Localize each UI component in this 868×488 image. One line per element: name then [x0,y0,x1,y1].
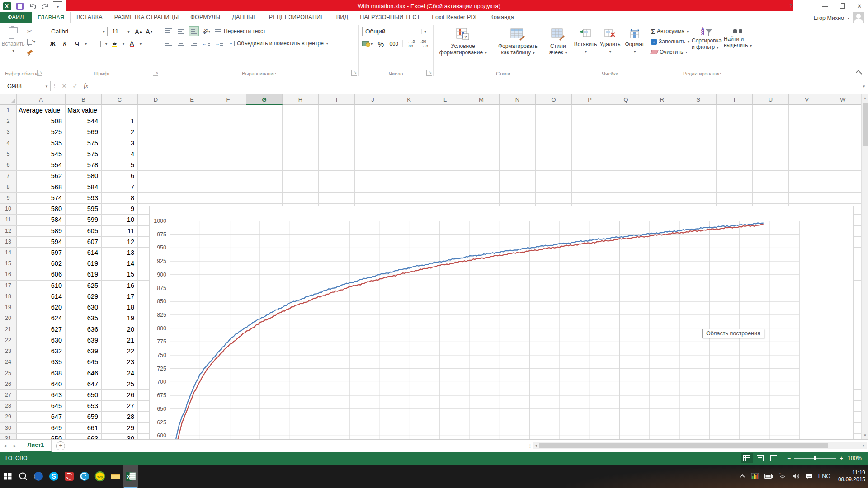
cell-B20[interactable]: 635 [67,313,98,324]
row-header-18[interactable]: 18 [0,291,16,302]
grow-font-button[interactable]: А▲ [134,27,143,36]
cell-B21[interactable]: 636 [67,324,98,335]
cell-B17[interactable]: 625 [67,281,98,291]
tab-вид[interactable]: ВИД [330,12,354,23]
cell-C28[interactable]: 27 [104,401,134,411]
cell-styles-button[interactable]: Стили ячеек ▾ [549,23,567,78]
align-middle-button[interactable] [176,27,186,36]
row-header-24[interactable]: 24 [0,357,16,367]
cell-C21[interactable]: 20 [104,324,134,335]
tray-expand-icon[interactable] [739,474,745,479]
alignment-dialog-launcher-icon[interactable]: ↘ [351,70,357,76]
scroll-up-icon[interactable]: ▲ [862,94,868,102]
format-cells-button[interactable]: Формат ▾ [623,23,646,78]
resource-monitor-icon[interactable] [751,473,759,479]
cell-A3[interactable]: 525 [19,127,62,137]
column-header-q[interactable]: Q [608,94,644,105]
page-layout-view-button[interactable] [754,453,767,463]
name-box[interactable]: G988▾ [4,81,51,91]
row-header-6[interactable]: 6 [0,160,16,170]
redo-icon[interactable] [41,2,50,11]
language-indicator[interactable]: ENG [818,473,830,479]
align-bottom-button[interactable] [189,27,198,36]
row-header-17[interactable]: 17 [0,281,16,291]
cell-C26[interactable]: 25 [104,379,134,389]
cell-A23[interactable]: 632 [19,346,62,357]
cell-A27[interactable]: 643 [19,390,62,400]
decrease-indent-button[interactable]: ← [202,39,211,48]
column-header-d[interactable]: D [138,94,174,105]
cell-B11[interactable]: 599 [67,215,98,225]
cell-A7[interactable]: 562 [19,171,62,181]
cell-A26[interactable]: 640 [19,379,62,389]
enter-entry-icon[interactable]: ✓ [70,83,80,89]
normal-view-button[interactable] [741,453,753,463]
row-header-11[interactable]: 11 [0,215,16,225]
cell-B30[interactable]: 661 [67,423,98,433]
cell-C25[interactable]: 24 [104,368,134,379]
column-header-t[interactable]: T [717,94,753,105]
cell-A19[interactable]: 620 [19,302,62,313]
cell-B6[interactable]: 578 [67,160,98,170]
row-header-8[interactable]: 8 [0,182,16,192]
clipboard-dialog-launcher-icon[interactable]: ↘ [37,70,42,76]
cell-C5[interactable]: 4 [104,149,134,160]
row-header-26[interactable]: 26 [0,379,16,389]
volume-icon[interactable] [793,473,800,479]
font-dialog-launcher-icon[interactable]: ↘ [153,70,158,76]
sheet-area[interactable]: ABCDEFGHIJKLMNOPQRSTUVW 1Average valueMa… [0,94,861,439]
cell-A1[interactable]: Average value [19,105,62,116]
number-format-combo[interactable]: Общий▾ [362,27,429,36]
cell-B29[interactable]: 659 [67,412,98,422]
cell-B2[interactable]: 544 [67,116,98,127]
cell-B24[interactable]: 645 [67,357,98,367]
align-top-button[interactable] [164,27,173,36]
number-dialog-launcher-icon[interactable]: ↘ [426,70,432,76]
column-header-c[interactable]: C [102,94,138,105]
row-header-27[interactable]: 27 [0,390,16,400]
cell-A8[interactable]: 568 [19,182,62,192]
row-header-2[interactable]: 2 [0,116,16,127]
delete-cells-button[interactable]: Удалить ▾ [598,23,622,78]
increase-decimal-button[interactable]: ←.0.00 [406,39,416,48]
cut-button[interactable]: ✂ [27,27,37,35]
cell-B7[interactable]: 580 [67,171,98,181]
taskbar-button-ccleaner[interactable] [77,465,92,488]
horizontal-scroll-thumb[interactable] [539,443,828,448]
column-header-s[interactable]: S [680,94,717,105]
column-header-o[interactable]: O [536,94,572,105]
sort-filter-button[interactable]: АЯ Сортировка и фильтр ▾ [690,23,723,57]
row-header-30[interactable]: 30 [0,423,16,433]
clear-button[interactable]: Очистить ▾ [651,47,689,57]
cell-A16[interactable]: 606 [19,269,62,280]
battery-icon[interactable] [764,474,773,479]
row-header-23[interactable]: 23 [0,346,16,357]
taskbar-button-skype[interactable]: S [46,465,61,488]
column-header-h[interactable]: H [283,94,319,105]
insert-function-icon[interactable]: fx [80,83,91,90]
scroll-left-icon[interactable]: ◄ [533,442,539,449]
column-header-p[interactable]: P [572,94,608,105]
save-icon[interactable] [15,2,24,11]
accounting-format-button[interactable]: ▾ [362,39,373,48]
expand-formula-bar-icon[interactable]: ▾ [860,84,868,89]
horizontal-scrollbar[interactable]: ◄ ► [533,442,867,449]
row-header-5[interactable]: 5 [0,149,16,160]
underline-button[interactable]: Ч [72,39,82,48]
merge-center-button[interactable]: ↔ Объединить и поместить в центре ▾ [227,39,328,48]
page-break-view-button[interactable] [768,453,780,463]
column-header-f[interactable]: F [210,94,246,105]
add-sheet-icon[interactable]: + [56,441,65,450]
tab-файл[interactable]: ФАЙЛ [0,12,32,23]
cell-A30[interactable]: 649 [19,423,62,433]
cell-C30[interactable]: 29 [104,423,134,433]
cell-A29[interactable]: 647 [19,412,62,422]
tab-вставка[interactable]: ВСТАВКА [71,12,108,23]
taskbar-button-svp[interactable]: svp [92,465,108,488]
row-header-3[interactable]: 3 [0,127,16,137]
row-header-7[interactable]: 7 [0,171,16,181]
row-header-14[interactable]: 14 [0,248,16,258]
cell-B19[interactable]: 630 [67,302,98,313]
format-as-table-button[interactable]: Форматировать как таблицу ▾ [498,23,538,78]
select-all-button[interactable] [0,94,17,105]
